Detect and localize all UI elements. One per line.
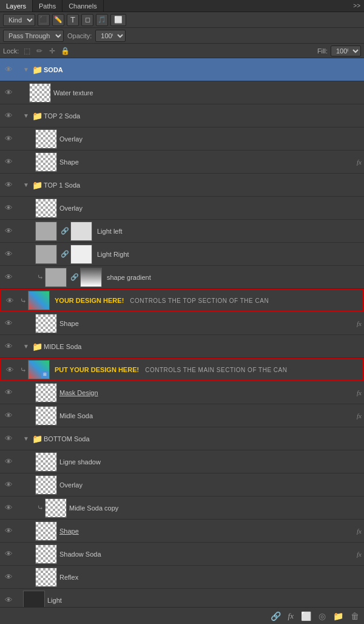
adjustment-icon[interactable]: ◎ xyxy=(317,610,327,622)
layer-name-midlesodacopy: Midle Soda copy xyxy=(69,504,362,512)
eye-maskdesign[interactable]: 👁 xyxy=(0,388,17,397)
eye-overlay3[interactable]: 👁 xyxy=(0,480,17,489)
layer-row-yourdesign[interactable]: 👁 ⤷ YOUR DESIGN HERE! CONTROLS THE TOP S… xyxy=(0,289,364,312)
filter-icon6[interactable]: ⬜ xyxy=(110,14,126,26)
folder-icon-top1soda: 📁 xyxy=(30,180,44,190)
layer-row-maskdesign[interactable]: 👁 Mask Design fx xyxy=(0,381,364,404)
fx-midlesoda-layer: fx xyxy=(357,412,362,419)
eye-lightright[interactable]: 👁 xyxy=(0,249,17,259)
eye-top2soda[interactable]: 👁 xyxy=(0,111,17,120)
layer-row-water-texture[interactable]: 👁 Water texture xyxy=(0,81,364,104)
eye-lineshadow[interactable]: 👁 xyxy=(0,457,17,466)
layer-name-shape2: Shape xyxy=(59,320,354,327)
eye-yourdesign[interactable]: 👁 xyxy=(1,296,18,305)
lock-transparent-icon[interactable]: ⬚ xyxy=(22,46,32,56)
eye-lightleft[interactable]: 👁 xyxy=(0,226,17,236)
layer-row-overlay3[interactable]: 👁 Overlay xyxy=(0,473,364,497)
eye-water-texture[interactable]: 👁 xyxy=(0,88,17,97)
layer-row-lightleft[interactable]: 👁 🔗 Light left xyxy=(0,220,364,243)
collapse-soda[interactable]: ▼ xyxy=(23,66,30,73)
filter-type-select[interactable]: Kind xyxy=(3,14,35,26)
eye-overlay1[interactable]: 👁 xyxy=(0,134,17,143)
thumb-lightleft-mask xyxy=(35,222,57,241)
eye-putyourdesign[interactable]: 👁 xyxy=(1,365,18,375)
layer-row-midlesoda-folder[interactable]: 👁 ▼ 📁 MIDLE Soda xyxy=(0,335,364,358)
layer-row-overlay1[interactable]: 👁 Overlay xyxy=(0,127,364,151)
layer-row-midlesoda-layer[interactable]: 👁 Midle Soda fx xyxy=(0,404,364,427)
layer-desc-yourdesign: CONTROLS THE TOP SECTION OF THE CAN xyxy=(130,297,269,304)
tabs-collapse[interactable]: >> xyxy=(349,1,364,10)
thumb-shadowsoda xyxy=(35,544,57,564)
layer-name-maskdesign: Mask Design xyxy=(59,389,354,396)
thumb-lightright-mask xyxy=(35,245,57,264)
eye-shape3[interactable]: 👁 xyxy=(0,526,17,535)
layer-row-top2soda[interactable]: 👁 ▼ 📁 TOP 2 Soda xyxy=(0,104,364,127)
layer-row-top1soda[interactable]: 👁 ▼ 📁 TOP 1 Soda xyxy=(0,174,364,197)
eye-reflex[interactable]: 👁 xyxy=(0,572,17,582)
layer-row-soda[interactable]: 👁 ▼ 📁 SODA xyxy=(0,58,364,81)
layer-row-lineshadow[interactable]: 👁 Ligne shadow xyxy=(0,450,364,473)
eye-shadowsoda[interactable]: 👁 xyxy=(0,549,17,558)
eye-shape1[interactable]: 👁 xyxy=(0,157,17,166)
eye-midlesoda-layer[interactable]: 👁 xyxy=(0,411,17,420)
filter-icon2[interactable]: ✏️ xyxy=(52,14,64,26)
filter-icon1[interactable]: ⬛ xyxy=(38,14,50,26)
layer-row-reflex[interactable]: 👁 Reflex xyxy=(0,566,364,589)
filter-icon3[interactable]: T xyxy=(67,14,79,26)
layer-row-putyourdesign[interactable]: 👁 ⤷ ⊞ PUT YOUR DESIGN HERE! CONTROLS THE… xyxy=(0,358,364,381)
layer-row-shadowsoda[interactable]: 👁 Shadow Soda fx xyxy=(0,543,364,566)
layer-mask-icon[interactable]: ⬜ xyxy=(300,610,312,622)
lock-image-icon[interactable]: ✏ xyxy=(35,46,44,56)
eye-shapegradient[interactable]: 👁 xyxy=(0,273,17,282)
layer-row-shape3[interactable]: 👁 Shape fx xyxy=(0,520,364,543)
eye-overlay2[interactable]: 👁 xyxy=(0,203,17,212)
trash-icon[interactable]: 🗑 xyxy=(349,610,360,622)
filter-icon5[interactable]: 🎵 xyxy=(96,14,108,26)
layer-row-shapegradient[interactable]: 👁 ⤷ 🔗 shape gradient xyxy=(0,266,364,289)
folder-icon-top2soda: 📁 xyxy=(30,111,44,121)
blend-mode-select[interactable]: Pass Through xyxy=(3,30,64,42)
eye-midlesoda-folder[interactable]: 👁 xyxy=(0,342,17,351)
collapse-midlesoda[interactable]: ▼ xyxy=(23,343,30,350)
fill-select[interactable]: 100% xyxy=(331,46,361,56)
layer-row-lightright[interactable]: 👁 🔗 Light Right xyxy=(0,243,364,266)
layer-row-overlay2[interactable]: 👁 Overlay xyxy=(0,197,364,220)
layer-name-overlay3: Overlay xyxy=(59,481,362,489)
tabs-bar: Layers Paths Channels >> xyxy=(0,0,364,12)
layer-row-shape2[interactable]: 👁 Shape fx xyxy=(0,312,364,335)
tab-paths[interactable]: Paths xyxy=(33,0,62,12)
thumb-midlesoda-layer xyxy=(35,406,57,426)
eye-shape2[interactable]: 👁 xyxy=(0,319,17,328)
filter-icon4[interactable]: ◻ xyxy=(81,14,93,26)
smart-badge-putyourdesign: ⊞ xyxy=(41,371,49,378)
layer-row-shape1[interactable]: 👁 Shape fx xyxy=(0,151,364,174)
thumb-maskdesign xyxy=(35,383,57,402)
eye-light[interactable]: 👁 xyxy=(0,595,17,605)
collapse-top2soda[interactable]: ▼ xyxy=(23,112,30,119)
eye-bottomsoda[interactable]: 👁 xyxy=(0,434,17,443)
layer-name-top1soda: TOP 1 Soda xyxy=(44,181,362,189)
layer-row-bottomsoda[interactable]: 👁 ▼ 📁 BOTTOM Soda xyxy=(0,427,364,450)
collapse-bottomsoda[interactable]: ▼ xyxy=(23,435,30,442)
chain-shapegradient: 🔗 xyxy=(70,273,79,281)
new-folder-icon[interactable]: 📁 xyxy=(332,610,345,622)
lock-all-icon[interactable]: 🔒 xyxy=(60,46,70,56)
thumb-lightleft xyxy=(70,222,92,241)
fx-icon[interactable]: fx xyxy=(287,610,295,622)
thumb-midlesodacopy xyxy=(45,498,67,518)
layer-name-top2soda: TOP 2 Soda xyxy=(44,112,362,120)
layer-name-lightleft: Light left xyxy=(97,228,362,235)
collapse-top1soda[interactable]: ▼ xyxy=(23,181,30,188)
eye-soda[interactable]: 👁 xyxy=(0,65,17,74)
opacity-select[interactable]: 100% xyxy=(95,30,126,42)
lock-position-icon[interactable]: ✛ xyxy=(47,46,57,56)
folder-icon-midlesoda: 📁 xyxy=(30,342,44,351)
layer-name-reflex: Reflex xyxy=(59,574,362,581)
link-icon[interactable]: 🔗 xyxy=(269,610,282,622)
layer-name-putyourdesign: PUT YOUR DESIGN HERE! xyxy=(55,366,139,373)
tab-layers[interactable]: Layers xyxy=(0,0,33,12)
eye-top1soda[interactable]: 👁 xyxy=(0,180,17,189)
eye-midlesodacopy[interactable]: 👁 xyxy=(0,503,17,512)
tab-channels[interactable]: Channels xyxy=(62,0,103,12)
layer-row-midlesodacopy[interactable]: 👁 ⤷ Midle Soda copy xyxy=(0,497,364,520)
